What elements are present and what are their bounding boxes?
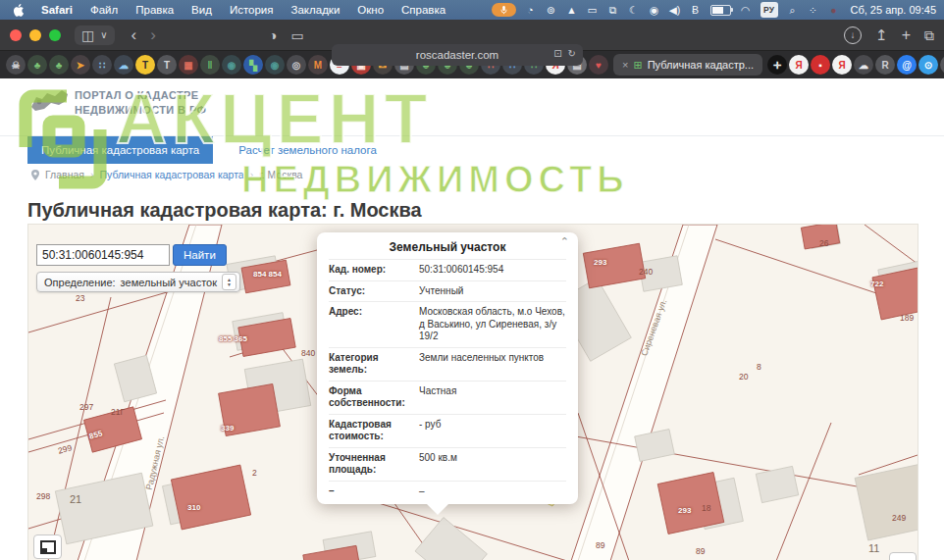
favorite-site-icon[interactable]: ▪ — [811, 55, 830, 75]
cadastral-number-input[interactable] — [36, 244, 170, 266]
favorite-site-icon[interactable]: Я — [832, 55, 852, 75]
status-icon[interactable]: ● — [828, 3, 840, 17]
pip-icon[interactable]: ⊡ — [553, 48, 561, 59]
building-number-label: 339 — [221, 424, 234, 433]
favorite-site-icon[interactable]: ▚ — [243, 55, 263, 75]
legend-button[interactable] — [33, 535, 62, 559]
page-title: Публичная кадастровая карта: г. Москва — [27, 199, 422, 222]
status-icon[interactable]: Ƀ — [690, 3, 702, 17]
favorite-site-icon[interactable]: ⊙ — [918, 55, 938, 75]
close-window-button[interactable] — [10, 29, 22, 41]
forward-button[interactable]: › — [150, 26, 156, 43]
status-icon[interactable]: РУ — [760, 2, 778, 18]
favorite-site-icon[interactable]: ▦ — [179, 55, 198, 75]
back-button[interactable]: ‹ — [131, 26, 137, 43]
status-icon[interactable]: ⁘ — [808, 3, 819, 17]
favorite-site-icon[interactable]: ◎ — [287, 55, 306, 75]
privacy-report-icon[interactable]: ◑ — [269, 28, 277, 42]
popup-row: Кадастровая стоимость: - руб — [329, 414, 566, 447]
favorite-site-icon[interactable]: @ — [897, 55, 917, 75]
popup-row: Адрес: Московская область, м.о Чехов, д … — [329, 301, 566, 347]
page-zoom-icon[interactable]: ▭ — [290, 28, 303, 42]
status-icon[interactable]: ⊚ — [546, 3, 557, 17]
tab-public-cadastral-map[interactable]: Публичная кадастровая карта — [27, 136, 213, 164]
favorite-site-icon[interactable]: ‖ — [200, 55, 220, 75]
zoom-window-button[interactable] — [49, 29, 61, 41]
popup-title: Земельный участок — [329, 240, 566, 254]
breadcrumb-section[interactable]: Публичная кадастровая карта — [99, 169, 243, 180]
favorite-site-icon[interactable]: ◉ — [222, 55, 241, 75]
status-icon[interactable]: ⧉ — [607, 3, 619, 17]
favorite-site-icon[interactable]: ➤ — [71, 55, 90, 75]
layers-icon — [40, 540, 56, 554]
stepper-icon[interactable]: ▲▼ — [222, 274, 236, 290]
favorite-site-icon[interactable]: T — [157, 55, 177, 75]
reload-icon[interactable]: ↻ — [568, 48, 576, 59]
tab-favicon: ⊞ — [633, 59, 642, 72]
close-tab-icon[interactable]: × — [622, 59, 628, 71]
favorite-site-icon[interactable]: ☁ — [854, 55, 873, 75]
popup-row: – – — [329, 481, 566, 502]
site-logo[interactable]: ПОРТАЛ О КАДАСТРЕ НЕДВИЖИМОСТИ В РФ — [29, 88, 206, 118]
active-tab[interactable]: × ⊞ Публичная кадастр... — [613, 54, 762, 76]
menu-item[interactable]: Справка — [401, 4, 446, 16]
downloads-button[interactable]: ↓ — [844, 26, 862, 44]
parcel-number-label: 240 — [639, 267, 653, 277]
chevron-down-icon[interactable]: ∨ — [100, 30, 107, 40]
status-icon[interactable] — [710, 5, 731, 16]
tab-overview-button[interactable]: ⧉ — [924, 28, 934, 42]
fullscreen-button[interactable]: ❏ — [889, 552, 917, 560]
sidebar-icon[interactable]: ◫ — [81, 28, 94, 42]
menu-item[interactable]: Окно — [357, 4, 384, 16]
find-button[interactable]: Найти — [173, 244, 227, 266]
favorite-site-icon[interactable]: T — [135, 55, 155, 75]
favorite-site-icon[interactable]: ∷ — [92, 55, 112, 75]
favorite-site-icon[interactable]: ✛ — [767, 55, 787, 75]
status-icon[interactable]: ◀) — [669, 3, 681, 17]
menu-item[interactable]: Правка — [135, 4, 174, 16]
popup-collapse-icon[interactable]: ⌃ — [560, 235, 569, 248]
popup-row: Форма собственности: Частная — [329, 381, 566, 414]
popup-row-label: Категория земель: — [329, 352, 419, 377]
address-bar[interactable]: roscadaster.com ⊡ ↻ — [332, 44, 583, 66]
parcel-number-label: 89 — [696, 546, 705, 556]
menu-item[interactable]: Файл — [90, 4, 118, 16]
favorite-site-icon[interactable]: Я — [789, 55, 809, 75]
popup-rows: Кад. номер: 50:31:0060145:954 Статус: Уч… — [329, 259, 566, 501]
menubar-clock[interactable]: Сб, 25 апр. 09:45 — [851, 4, 936, 16]
status-icon[interactable]: ◉ — [649, 3, 660, 17]
menu-item[interactable]: История — [230, 4, 274, 16]
building-number-label: 855 365 — [219, 334, 247, 343]
favorite-site-icon[interactable]: ♣ — [49, 55, 69, 75]
status-icon[interactable]: ▲ — [566, 3, 578, 17]
menu-item[interactable]: Закладки — [291, 4, 341, 16]
favorite-site-icon[interactable]: ♥ — [589, 55, 608, 75]
object-type-select[interactable]: Определение: земельный участок ▲▼ — [36, 272, 240, 292]
cadastral-map-canvas[interactable]: 2329721Г29929821840226240189820188989249… — [27, 224, 918, 560]
menu-item[interactable]: Safari — [41, 4, 73, 16]
building-number-label: 854 854 — [253, 270, 282, 279]
status-icon[interactable]: ⌕ — [787, 3, 799, 17]
breadcrumb-home[interactable]: Главная — [45, 169, 84, 180]
share-button[interactable]: ↥ — [875, 27, 888, 42]
status-icon[interactable]: ▭ — [587, 3, 599, 17]
favorite-site-icon[interactable]: ☁ — [114, 55, 133, 75]
favorite-site-icon[interactable]: Y — [940, 55, 944, 75]
menu-item[interactable]: Вид — [191, 4, 212, 16]
status-icon[interactable]: ◔ — [525, 3, 537, 17]
tab-land-tax-calc[interactable]: Расчет земельного налога — [225, 136, 391, 164]
favorite-site-icon[interactable]: M — [308, 55, 328, 75]
status-icon[interactable]: ☾ — [628, 3, 640, 17]
favorite-site-icon[interactable]: ◉ — [265, 55, 285, 75]
popup-row-label: Форма собственности: — [329, 385, 419, 410]
microphone-indicator-icon[interactable] — [492, 3, 516, 17]
parcel-number-label: 840 — [301, 348, 315, 358]
new-tab-button[interactable]: + — [902, 27, 911, 43]
favorite-site-icon[interactable]: ☠ — [6, 55, 26, 75]
favorite-site-icon[interactable]: R — [875, 55, 895, 75]
status-icon[interactable]: ◠ — [740, 3, 752, 17]
popup-row-label: Кад. номер: — [329, 264, 419, 277]
minimize-window-button[interactable] — [29, 29, 41, 41]
apple-menu-icon[interactable] — [14, 4, 25, 17]
favorite-site-icon[interactable]: ♣ — [27, 55, 47, 75]
